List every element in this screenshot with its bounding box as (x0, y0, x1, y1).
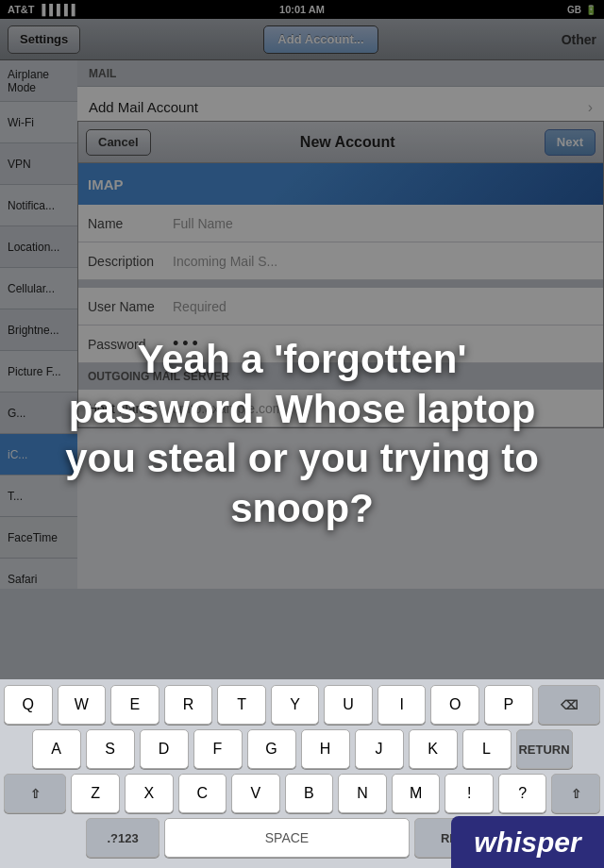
key-p[interactable]: P (484, 685, 533, 725)
key-l[interactable]: L (462, 729, 512, 769)
space-key[interactable]: space (164, 818, 410, 858)
key-a[interactable]: A (32, 729, 81, 769)
shift-key[interactable]: ⇧ (4, 774, 66, 813)
whisper-badge: whisper (451, 816, 604, 868)
key-w[interactable]: W (58, 685, 107, 725)
delete-key[interactable]: ⌫ (538, 685, 600, 725)
key-v[interactable]: V (231, 774, 280, 813)
key-question[interactable]: ? (498, 774, 547, 813)
numbers-key[interactable]: .?123 (86, 818, 159, 858)
key-x[interactable]: X (125, 774, 174, 813)
key-u[interactable]: U (324, 685, 373, 725)
keyboard-row-3: ⇧ Z X C V B N M ! ? ⇧ (4, 774, 600, 813)
key-o[interactable]: O (430, 685, 479, 725)
key-h[interactable]: H (301, 729, 350, 769)
key-k[interactable]: K (409, 729, 458, 769)
whisper-label: whisper (474, 826, 580, 859)
keyboard-row-1: Q W E R T Y U I O P ⌫ (4, 685, 600, 725)
key-d[interactable]: D (140, 729, 189, 769)
key-n[interactable]: N (338, 774, 387, 813)
key-r[interactable]: R (164, 685, 213, 725)
shift-right-key[interactable]: ⇧ (551, 774, 600, 813)
key-i[interactable]: I (378, 685, 427, 725)
key-z[interactable]: Z (71, 774, 120, 813)
key-j[interactable]: J (355, 729, 404, 769)
key-y[interactable]: Y (271, 685, 320, 725)
key-t[interactable]: T (217, 685, 266, 725)
key-g[interactable]: G (247, 729, 296, 769)
key-f[interactable]: F (193, 729, 243, 769)
comment-text: Yeah a 'forgotten' password. Whose lapto… (28, 316, 576, 552)
return-key[interactable]: return (516, 729, 573, 769)
keyboard-row-2: A S D F G H J K L return (4, 729, 600, 769)
key-e[interactable]: E (110, 685, 159, 725)
key-b[interactable]: B (285, 774, 334, 813)
key-c[interactable]: C (178, 774, 227, 813)
key-exclaim[interactable]: ! (445, 774, 494, 813)
key-q[interactable]: Q (4, 685, 53, 725)
key-s[interactable]: S (86, 729, 135, 769)
key-m[interactable]: M (392, 774, 441, 813)
